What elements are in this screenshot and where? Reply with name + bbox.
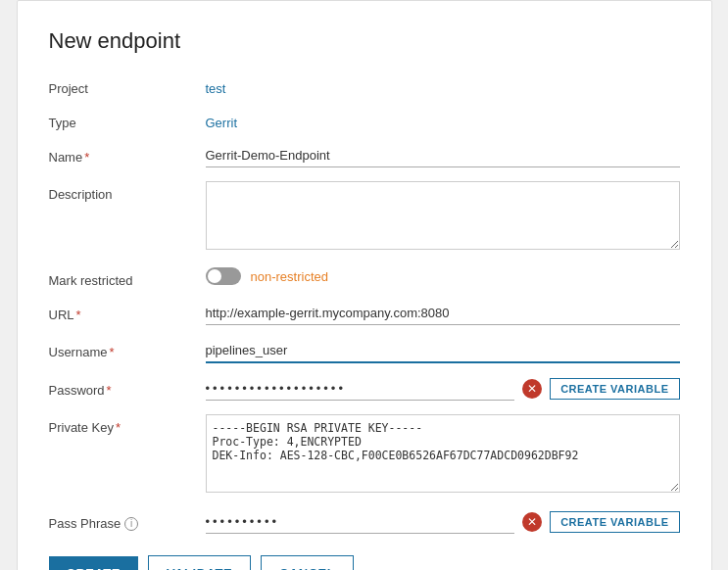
password-row: Password* ✕ CREATE VARIABLE (49, 377, 680, 401)
cancel-button[interactable]: CANCEL (261, 555, 354, 570)
name-input[interactable] (206, 144, 680, 167)
mark-restricted-label: Mark restricted (49, 267, 206, 288)
pass-phrase-row: Pass Phrase i ✕ CREATE VARIABLE (49, 510, 680, 534)
pass-phrase-input[interactable] (206, 510, 515, 534)
password-label: Password* (49, 377, 206, 398)
description-label: Description (49, 181, 206, 202)
clear-icon: ✕ (527, 382, 537, 396)
username-row: Username* (49, 339, 680, 363)
private-key-row: Private Key* -----BEGIN RSA PRIVATE KEY-… (49, 414, 680, 497)
url-row: URL* (49, 302, 680, 325)
password-clear-button[interactable]: ✕ (522, 379, 542, 399)
private-key-label: Private Key* (49, 414, 206, 435)
pass-phrase-create-variable-button[interactable]: CREATE VARIABLE (550, 511, 679, 533)
project-value: test (206, 75, 680, 96)
password-create-variable-button[interactable]: CREATE VARIABLE (550, 378, 679, 400)
type-row: Type Gerrit (49, 110, 680, 130)
project-row: Project test (49, 75, 680, 96)
mark-restricted-row: Mark restricted non-restricted (49, 267, 680, 288)
clear-icon-2: ✕ (527, 515, 537, 529)
url-label: URL* (49, 302, 206, 322)
pass-phrase-label: Pass Phrase i (49, 510, 206, 531)
pass-phrase-clear-button[interactable]: ✕ (522, 512, 542, 532)
toggle-status-label: non-restricted (251, 269, 328, 284)
description-input[interactable] (206, 181, 680, 250)
type-value: Gerrit (206, 110, 680, 130)
password-input[interactable] (206, 377, 515, 401)
username-label: Username* (49, 339, 206, 359)
new-endpoint-dialog: New endpoint Project test Type Gerrit Na… (17, 0, 712, 570)
username-input[interactable] (206, 339, 680, 363)
url-input[interactable] (206, 302, 680, 325)
name-row: Name* (49, 144, 680, 167)
type-label: Type (49, 110, 206, 130)
create-button[interactable]: CREATE (49, 556, 138, 570)
dialog-title: New endpoint (49, 28, 680, 54)
description-row: Description (49, 181, 680, 254)
pass-phrase-info-icon[interactable]: i (124, 517, 138, 531)
restricted-toggle[interactable] (206, 267, 241, 285)
project-label: Project (49, 75, 206, 96)
name-label: Name* (49, 144, 206, 165)
validate-button[interactable]: VALIDATE (148, 555, 251, 570)
footer: CREATE VALIDATE CANCEL (49, 555, 680, 570)
private-key-input[interactable]: -----BEGIN RSA PRIVATE KEY----- Proc-Typ… (206, 414, 680, 493)
